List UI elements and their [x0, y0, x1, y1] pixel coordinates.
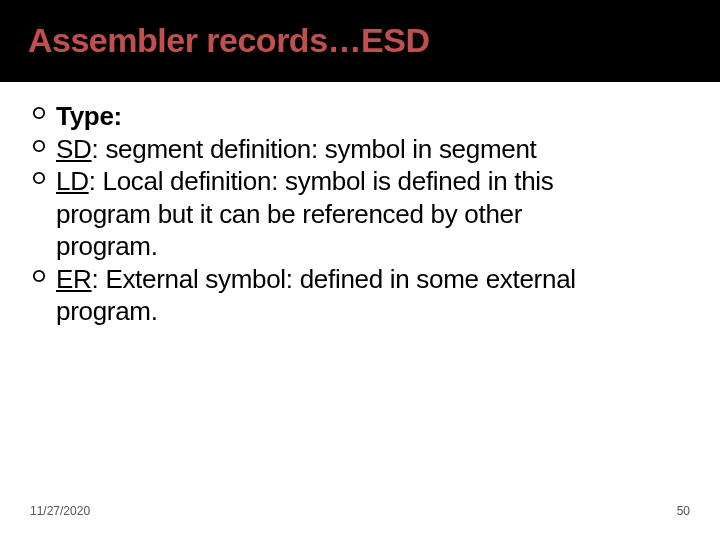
er-continuation-1: program.: [32, 295, 688, 328]
bullet-text: LD: Local definition: symbol is defined …: [56, 165, 688, 198]
sd-label: SD: [56, 134, 92, 164]
slide-title: Assembler records…ESD: [28, 21, 429, 60]
bullet-ld: LD: Local definition: symbol is defined …: [32, 165, 688, 198]
bullet-icon: [32, 269, 52, 283]
bullet-icon: [32, 139, 52, 153]
svg-point-0: [34, 108, 44, 118]
bullet-type: Type:: [32, 100, 688, 133]
svg-point-2: [34, 173, 44, 183]
ld-label: LD: [56, 166, 89, 196]
svg-point-3: [34, 270, 44, 280]
ld-continuation-2: program.: [32, 230, 688, 263]
bullet-er: ER: External symbol: defined in some ext…: [32, 263, 688, 296]
title-bar: Assembler records…ESD: [0, 0, 720, 82]
ld-rest: : Local definition: symbol is defined in…: [89, 166, 554, 196]
slide-content: Type: SD: segment definition: symbol in …: [0, 82, 720, 328]
footer-date: 11/27/2020: [30, 504, 90, 518]
bullet-sd: SD: segment definition: symbol in segmen…: [32, 133, 688, 166]
svg-point-1: [34, 140, 44, 150]
bullet-text: Type:: [56, 100, 688, 133]
er-label: ER: [56, 264, 92, 294]
slide-footer: 11/27/2020 50: [0, 504, 720, 518]
footer-page-number: 50: [677, 504, 690, 518]
bullet-icon: [32, 106, 52, 120]
bullet-text: SD: segment definition: symbol in segmen…: [56, 133, 688, 166]
sd-rest: : segment definition: symbol in segment: [92, 134, 537, 164]
er-rest: : External symbol: defined in some exter…: [92, 264, 576, 294]
bullet-text: ER: External symbol: defined in some ext…: [56, 263, 688, 296]
bullet-icon: [32, 171, 52, 185]
ld-continuation-1: program but it can be referenced by othe…: [32, 198, 688, 231]
